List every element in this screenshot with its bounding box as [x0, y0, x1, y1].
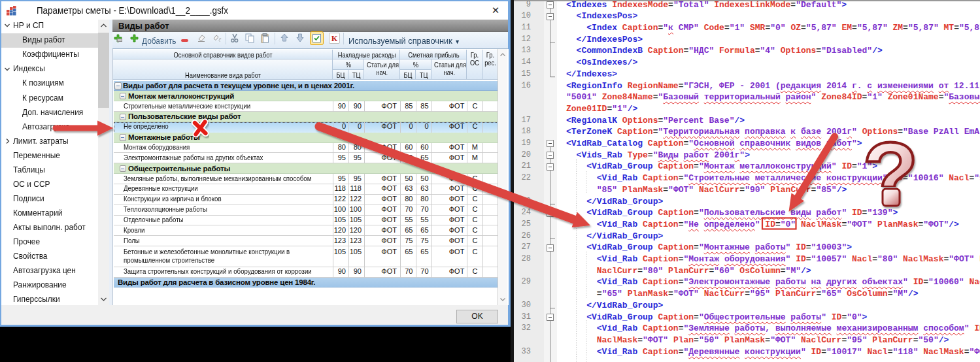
- svg-text:?: ?: [862, 123, 919, 225]
